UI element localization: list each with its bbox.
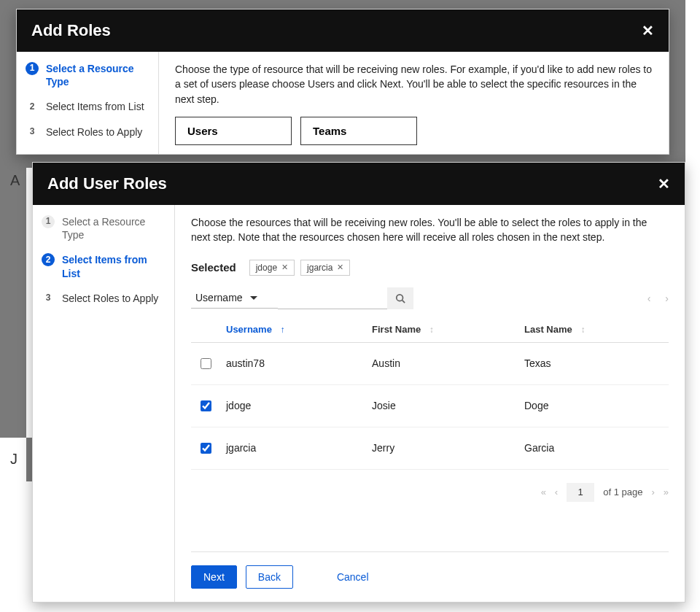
cell-last-name: Garcia [518,427,669,469]
resource-type-teams-button[interactable]: Teams [300,117,417,145]
step-number: 3 [42,292,55,305]
step-label: Select Roles to Apply [46,125,142,139]
chip-label: jdoge [256,263,277,273]
next-page-icon[interactable]: › [651,487,654,497]
close-icon[interactable]: ✕ [658,175,670,193]
cell-last-name: Doge [518,384,669,427]
sort-icon: ↕ [429,325,434,335]
wizard-footer: Next Back Cancel [191,551,669,589]
svg-point-0 [396,294,402,301]
step-select-items[interactable]: 2 Select Items from List [26,100,149,113]
step-label: Select a Resource Type [62,215,166,241]
next-page-icon[interactable]: › [665,293,669,304]
row-checkbox[interactable] [201,358,211,369]
wizard-steps: 1 Select a Resource Type 2 Select Items … [17,52,159,154]
cancel-button[interactable]: Cancel [331,566,375,588]
table-row: jgarcia Jerry Garcia [191,427,669,469]
prev-page-icon[interactable]: ‹ [555,487,558,497]
back-button[interactable]: Back [246,565,293,589]
modal-add-user-roles: Add User Roles ✕ 1 Select a Resource Typ… [32,162,685,603]
cell-first-name: Josie [366,384,518,427]
remove-chip-icon[interactable]: ✕ [337,263,343,272]
cell-first-name: Austin [366,342,518,384]
selected-chips: jdoge ✕ jgarcia ✕ [249,260,351,276]
page-number-input[interactable] [567,483,594,502]
bg-letter-j: J [10,451,18,468]
table-row: jdoge Josie Doge [191,384,669,427]
last-page-icon[interactable]: » [664,487,669,497]
step-number: 2 [42,253,55,266]
resource-type-users-button[interactable]: Users [175,117,292,145]
cell-username: jgarcia [220,427,366,469]
step-label: Select a Resource Type [46,62,149,88]
modal-add-roles: Add Roles ✕ 1 Select a Resource Type 2 S… [16,9,669,155]
next-button[interactable]: Next [191,565,237,589]
row-checkbox[interactable] [201,443,211,454]
modal-header: Add Roles ✕ [17,9,669,52]
step-instruction: Choose the type of resource that will be… [175,62,653,106]
table-row: austin78 Austin Texas [191,342,669,384]
step-number: 1 [42,215,55,228]
filter-field-label: Username [195,292,243,303]
col-first-name[interactable]: First Name ↕ [366,317,518,343]
wizard-steps: 1 Select a Resource Type 2 Select Items … [33,205,175,602]
step-label: Select Items from List [62,253,166,279]
chip-jdoge: jdoge ✕ [249,260,295,276]
first-page-icon[interactable]: « [541,487,546,497]
step-number: 1 [26,62,39,75]
cell-username: austin78 [220,342,366,384]
search-input[interactable] [278,287,387,309]
prev-page-icon[interactable]: ‹ [648,293,651,304]
cell-first-name: Jerry [366,427,518,469]
cell-username: jdoge [220,384,366,427]
step-select-resource-type[interactable]: 1 Select a Resource Type [42,215,166,241]
modal-header: Add User Roles ✕ [33,163,685,205]
sort-asc-icon: ↑ [281,325,285,335]
col-username[interactable]: Username ↑ [220,317,366,343]
selected-label: Selected [191,261,236,274]
modal-title: Add User Roles [47,174,167,193]
step-number: 3 [26,125,39,139]
col-last-name[interactable]: Last Name ↕ [518,317,669,343]
step-select-items[interactable]: 2 Select Items from List [42,253,166,279]
step-label: Select Roles to Apply [62,292,158,305]
row-checkbox[interactable] [201,400,211,411]
backdrop-left [0,168,26,438]
close-icon[interactable]: ✕ [642,22,654,39]
pagination: « ‹ of 1 page › » [191,483,669,502]
step-number: 2 [26,100,39,113]
filter-field-select[interactable]: Username [191,287,278,309]
col-checkbox [191,317,220,343]
bg-letter-a: A [10,172,20,189]
search-icon [395,293,405,303]
step-instruction: Choose the resources that will be receiv… [191,215,669,245]
step-select-roles[interactable]: 3 Select Roles to Apply [26,125,149,139]
sort-icon: ↕ [580,325,585,335]
chip-jgarcia: jgarcia ✕ [300,260,350,276]
search-button[interactable] [387,287,413,309]
users-table: Username ↑ First Name ↕ Last Name ↕ [191,317,669,470]
step-select-resource-type[interactable]: 1 Select a Resource Type [26,62,149,88]
chip-label: jgarcia [307,263,332,273]
cell-last-name: Texas [518,342,669,384]
page-total-label: of 1 page [603,487,642,497]
svg-line-1 [402,300,405,303]
modal-title: Add Roles [31,21,111,40]
step-label: Select Items from List [46,100,144,113]
step-select-roles[interactable]: 3 Select Roles to Apply [42,292,166,305]
remove-chip-icon[interactable]: ✕ [281,263,288,272]
chevron-down-icon [250,296,257,300]
